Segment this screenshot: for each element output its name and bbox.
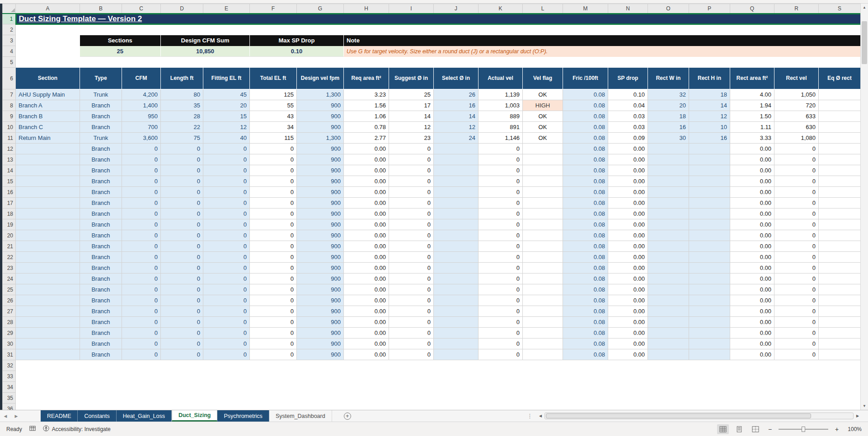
cell[interactable]: 0.00: [344, 187, 389, 198]
cell[interactable]: [16, 35, 80, 46]
cell[interactable]: [819, 122, 861, 133]
cell[interactable]: 80: [161, 89, 203, 100]
cell[interactable]: [689, 144, 730, 154]
cell[interactable]: 0: [250, 187, 297, 198]
cell[interactable]: 0: [250, 219, 297, 230]
column-title-K[interactable]: Actual vel: [479, 68, 523, 89]
row-header-12[interactable]: 12: [3, 144, 16, 154]
row-header-28[interactable]: 28: [3, 317, 16, 328]
cell[interactable]: 0: [122, 241, 161, 252]
column-title-S[interactable]: Eq Ø rect: [819, 68, 861, 89]
cell[interactable]: 4,200: [122, 89, 161, 100]
cell[interactable]: [434, 165, 479, 176]
cell[interactable]: [523, 187, 563, 198]
cell[interactable]: [648, 176, 689, 187]
cell[interactable]: 0.00: [344, 176, 389, 187]
column-title-H[interactable]: Req area ft²: [344, 68, 389, 89]
cell[interactable]: Branch: [80, 111, 122, 122]
summary-header-sections[interactable]: Sections: [80, 35, 161, 46]
sheet-tab-system-dashboard[interactable]: System_Dashboard: [269, 410, 332, 422]
cell[interactable]: [689, 209, 730, 219]
cell[interactable]: [819, 339, 861, 349]
cell[interactable]: 0: [161, 165, 203, 176]
row-header-31[interactable]: 31: [3, 349, 16, 360]
cell[interactable]: 0: [250, 284, 297, 295]
cell[interactable]: 0: [122, 306, 161, 317]
cell[interactable]: 0: [203, 328, 250, 339]
summary-header-max-sp-drop[interactable]: Max SP Drop: [250, 35, 344, 46]
cell[interactable]: 16: [434, 100, 479, 111]
cell[interactable]: 12: [389, 122, 434, 133]
column-header-N[interactable]: N: [608, 4, 648, 14]
cell[interactable]: 0.00: [608, 144, 648, 154]
cell[interactable]: 0: [389, 284, 434, 295]
cell[interactable]: 0.08: [563, 176, 608, 187]
cell[interactable]: 900: [297, 209, 344, 219]
cell[interactable]: [16, 371, 861, 382]
cell[interactable]: 40: [203, 133, 250, 144]
cell[interactable]: 0.00: [344, 263, 389, 274]
cell[interactable]: 0.00: [730, 284, 774, 295]
cell[interactable]: AHU Supply Main: [16, 89, 80, 100]
cell[interactable]: 12: [434, 122, 479, 133]
cell[interactable]: 0: [250, 349, 297, 360]
cell[interactable]: Branch: [80, 100, 122, 111]
cell[interactable]: [16, 46, 80, 57]
cell[interactable]: 0: [774, 209, 819, 219]
cell[interactable]: 20: [203, 100, 250, 111]
cell[interactable]: 0.00: [730, 317, 774, 328]
cell[interactable]: 0: [203, 284, 250, 295]
cell[interactable]: 0: [774, 187, 819, 198]
cell[interactable]: 0.08: [563, 89, 608, 100]
cell[interactable]: 950: [122, 111, 161, 122]
cell[interactable]: 0.08: [563, 111, 608, 122]
cell[interactable]: 0: [161, 187, 203, 198]
cell[interactable]: 0: [479, 295, 523, 306]
cell[interactable]: 0: [203, 176, 250, 187]
column-title-N[interactable]: SP drop: [608, 68, 648, 89]
cell[interactable]: 24: [434, 133, 479, 144]
cell[interactable]: 0: [122, 198, 161, 209]
cell[interactable]: 0.00: [608, 154, 648, 165]
column-title-C[interactable]: CFM: [122, 68, 161, 89]
row-header-16[interactable]: 16: [3, 187, 16, 198]
row-header-26[interactable]: 26: [3, 295, 16, 306]
cell[interactable]: 630: [774, 122, 819, 133]
column-header-D[interactable]: D: [161, 4, 203, 14]
cell[interactable]: 0: [161, 263, 203, 274]
cell[interactable]: [523, 306, 563, 317]
column-header-K[interactable]: K: [479, 4, 523, 14]
cell[interactable]: 4.00: [730, 89, 774, 100]
normal-view-icon[interactable]: [717, 424, 729, 434]
cell[interactable]: 0: [122, 263, 161, 274]
cell[interactable]: [819, 306, 861, 317]
cell[interactable]: [648, 241, 689, 252]
cell[interactable]: 0: [161, 339, 203, 349]
cell[interactable]: 900: [297, 306, 344, 317]
cell[interactable]: 0.00: [730, 187, 774, 198]
cell[interactable]: [689, 165, 730, 176]
cell[interactable]: [689, 306, 730, 317]
cell[interactable]: 0.08: [563, 100, 608, 111]
cell[interactable]: [819, 263, 861, 274]
cell[interactable]: Branch: [80, 165, 122, 176]
zoom-slider-thumb[interactable]: [802, 427, 805, 432]
cell[interactable]: 0: [250, 328, 297, 339]
cell[interactable]: 0: [250, 263, 297, 274]
cell[interactable]: 0.08: [563, 284, 608, 295]
cell[interactable]: Branch: [80, 349, 122, 360]
horizontal-scroll-thumb[interactable]: [546, 413, 811, 418]
cell[interactable]: [819, 295, 861, 306]
row-header-11[interactable]: 11: [3, 133, 16, 144]
cell[interactable]: 0.08: [563, 241, 608, 252]
cell[interactable]: 0: [250, 198, 297, 209]
cell[interactable]: 0: [479, 187, 523, 198]
sheet-tab-psychrometrics[interactable]: Psychrometrics: [217, 410, 269, 422]
cell[interactable]: 0.08: [563, 295, 608, 306]
cell[interactable]: [648, 328, 689, 339]
cell[interactable]: 0: [250, 295, 297, 306]
cell[interactable]: 0: [774, 241, 819, 252]
cell[interactable]: [689, 317, 730, 328]
column-header-B[interactable]: B: [80, 4, 122, 14]
cell[interactable]: 0.00: [730, 219, 774, 230]
